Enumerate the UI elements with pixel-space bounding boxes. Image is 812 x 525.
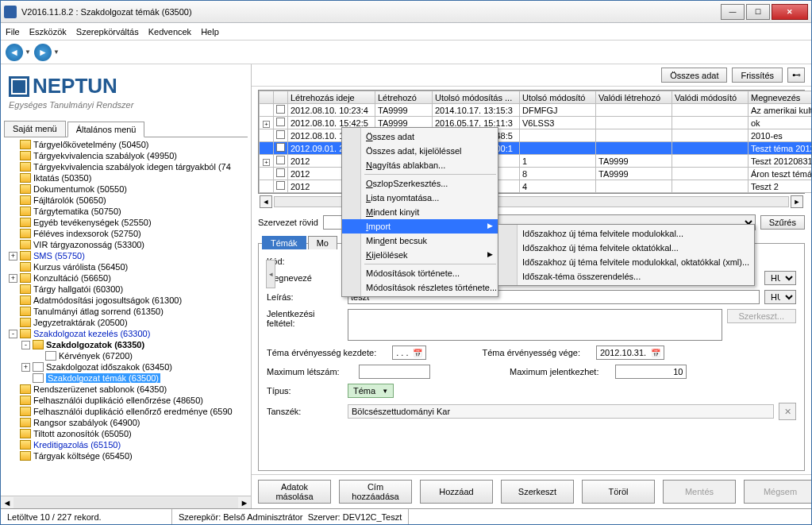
name-lang-select[interactable]: HU — [764, 271, 796, 285]
refresh-button[interactable]: Frissítés — [732, 68, 783, 83]
nav-back-button[interactable]: ◄ — [6, 44, 23, 61]
column-header[interactable]: Létrehozó — [375, 91, 433, 104]
tree-item[interactable]: +Szakdolgozat időszakok (63450) — [21, 361, 248, 373]
submenu-item[interactable]: Időszakhoz új téma felvitele modulokkal.… — [498, 226, 754, 241]
tree-item[interactable]: Rangsor szabályok (64900) — [9, 417, 248, 428]
tab-own-menu[interactable]: Saját menü — [4, 121, 66, 137]
scroll-right-arrow[interactable]: ► — [238, 498, 251, 508]
tree-item[interactable]: Jegyzetraktárak (20500) — [9, 317, 248, 328]
tree-item[interactable]: +Konzultáció (56650) — [9, 272, 248, 284]
max-input[interactable] — [359, 365, 430, 379]
tree-item[interactable]: Szakdolgozat témák (63500) — [21, 373, 248, 384]
row-checkbox[interactable] — [276, 156, 285, 164]
valid-to-input[interactable]: 2012.10.31. 📅 — [596, 345, 664, 360]
tree-item[interactable]: Tárgytematika (50750) — [9, 206, 248, 217]
maxapp-input[interactable] — [615, 365, 687, 379]
tree-item[interactable]: Tárgyak költsége (65450) — [9, 450, 248, 461]
menu-file[interactable]: File — [6, 27, 20, 37]
tree-item[interactable]: Tárgyekvivalencia szabályok (49950) — [9, 150, 248, 161]
grid-scroll-right[interactable]: ► — [791, 195, 803, 208]
menu-help[interactable]: Help — [201, 27, 219, 37]
context-menu-item[interactable]: Nagyítás ablakban... — [342, 158, 498, 172]
delete-button[interactable]: Töröl — [582, 480, 655, 504]
menu-role[interactable]: Szerepkörváltás — [76, 27, 139, 37]
minimize-button[interactable] — [721, 4, 745, 20]
row-checkbox[interactable] — [276, 118, 285, 126]
tree-item[interactable]: Adatmódosítási jogosultságok (61300) — [9, 295, 248, 306]
calendar-icon[interactable]: 📅 — [651, 349, 660, 357]
tree-item[interactable]: Tárgyelőkövetelmény (50450) — [9, 139, 248, 150]
tree-item[interactable]: Iktatás (50350) — [9, 172, 248, 183]
grid-hscroll[interactable]: ◄ ► — [258, 194, 805, 210]
scroll-track[interactable] — [13, 497, 238, 508]
tree-item[interactable]: Tárgyekvivalencia szabályok idegen tárgy… — [9, 161, 248, 172]
cond-textarea[interactable] — [348, 309, 722, 341]
valid-from-input[interactable]: . . . 📅 — [392, 345, 426, 360]
context-menu-item[interactable]: Mindent becsuk — [342, 234, 498, 248]
tab-general-menu[interactable]: Általános menü — [67, 122, 145, 137]
tree-item[interactable]: -Szakdolgozatok (63350) — [21, 339, 248, 350]
tree-item[interactable]: Kérvények (67200) — [34, 350, 248, 361]
row-checkbox[interactable] — [276, 105, 285, 114]
context-menu-item[interactable]: Összes adat, kijelöléssel — [342, 144, 498, 158]
data-grid[interactable]: Létrehozás idejeLétrehozóUtolsó módosítá… — [258, 90, 805, 194]
column-header[interactable] — [274, 91, 288, 104]
menu-fav[interactable]: Kedvencek — [148, 27, 191, 37]
nav-forward-dropdown[interactable]: ▼ — [53, 48, 60, 56]
context-menu-item[interactable]: Kijelölések — [342, 248, 498, 262]
tree-item[interactable]: Rendszerüzenet sablonok (64350) — [9, 384, 248, 395]
submenu-item[interactable]: Időszak-téma összerendelés... — [498, 269, 754, 284]
nav-forward-button[interactable]: ► — [34, 44, 52, 61]
tree-item[interactable]: Tiltott azonosítók (65050) — [9, 428, 248, 439]
tree-item[interactable]: Kreditigazolás (65150) — [9, 439, 248, 450]
column-header[interactable]: Létrehozás ideje — [288, 91, 375, 104]
context-menu-item[interactable]: OszlopSzerkesztés... — [342, 176, 498, 191]
pin-icon[interactable]: ⊷ — [787, 68, 805, 83]
context-menu-item[interactable]: Módosítások története... — [342, 266, 498, 280]
all-data-button[interactable]: Összes adat — [661, 68, 727, 83]
expand-icon[interactable]: + — [9, 274, 17, 283]
edit-button[interactable]: Szerkeszt — [501, 480, 574, 504]
context-menu-item[interactable]: Mindent kinyit — [342, 205, 498, 219]
tree-item[interactable]: Egyéb tevékenységek (52550) — [9, 217, 248, 228]
context-menu-item[interactable]: Összes adat — [342, 129, 498, 144]
add-button[interactable]: Hozzáad — [420, 480, 493, 504]
collapse-icon[interactable]: - — [9, 330, 17, 338]
row-expand-icon[interactable]: + — [263, 121, 270, 128]
table-row[interactable]: 2012.08.10. 10:23:4TA99992014.10.17. 13:… — [260, 104, 812, 117]
submenu-item[interactable]: Időszakhoz új téma felvitele modulokkal,… — [498, 255, 754, 269]
tree-item[interactable]: Tárgy hallgatói (60300) — [9, 284, 248, 295]
column-header[interactable]: Megnevezés — [749, 91, 812, 104]
tree-item[interactable]: +SMS (55750) — [9, 250, 248, 261]
submenu-item[interactable]: Időszakhoz új téma felvitele oktatókkal.… — [498, 241, 754, 255]
column-header[interactable]: Utolsó módosítás ... — [433, 91, 520, 104]
tree-container[interactable]: Tárgyelőkövetelmény (50450)Tárgyekvivale… — [4, 137, 248, 496]
context-menu-item[interactable]: Lista nyomtatása... — [342, 191, 498, 205]
detail-tab-mod[interactable]: Mo — [308, 236, 337, 249]
scroll-left-arrow[interactable]: ◄ — [1, 498, 13, 508]
splitter-handle[interactable]: ◂ — [266, 260, 275, 288]
column-header[interactable]: Valódi létrehozó — [596, 91, 672, 104]
expand-icon[interactable]: + — [21, 363, 30, 372]
filter-button[interactable]: Szűrés — [760, 215, 805, 230]
desc-lang-select[interactable]: HU — [764, 290, 796, 304]
type-select[interactable]: Téma ▼ — [348, 384, 394, 398]
calendar-icon[interactable]: 📅 — [413, 349, 422, 357]
collapse-icon[interactable]: - — [21, 341, 30, 349]
add-title-button[interactable]: Cím hozzáadása — [339, 480, 412, 504]
close-button[interactable] — [772, 4, 808, 20]
column-header[interactable]: Utolsó módosító — [520, 91, 596, 104]
dept-clear-button[interactable]: ✕ — [779, 403, 796, 420]
tree-item[interactable]: Féléves indexsorok (52750) — [9, 228, 248, 239]
tree-item[interactable]: Felhasználói duplikáció ellenőrző eredmé… — [9, 406, 248, 417]
detail-tab-themes[interactable]: Témák — [262, 236, 306, 249]
tree-item[interactable]: Fájltárolók (50650) — [9, 195, 248, 206]
context-menu-item[interactable]: Import — [342, 219, 498, 234]
menu-tools[interactable]: Eszközök — [29, 27, 67, 37]
tree-item[interactable]: Tanulmányi átlag sorrend (61350) — [9, 306, 248, 317]
column-header[interactable]: Valódi módosító — [672, 91, 749, 104]
row-checkbox[interactable] — [276, 168, 285, 177]
tree-item[interactable]: VIR tárgyazonosság (53300) — [9, 239, 248, 250]
tree-item[interactable]: -Szakdolgozat kezelés (63300) — [9, 328, 248, 339]
row-checkbox[interactable] — [276, 143, 285, 152]
